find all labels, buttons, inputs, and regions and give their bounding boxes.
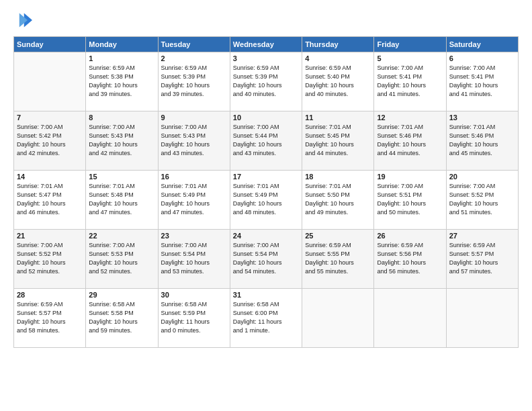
day-number: 31 xyxy=(233,291,299,299)
col-header-wednesday: Wednesday xyxy=(230,37,302,52)
day-cell: 20Sunrise: 7:00 AM Sunset: 5:52 PM Dayli… xyxy=(446,171,518,230)
header-row: SundayMondayTuesdayWednesdayThursdayFrid… xyxy=(14,37,519,52)
day-info: Sunrise: 7:00 AM Sunset: 5:42 PM Dayligh… xyxy=(17,123,83,158)
day-cell: 6Sunrise: 7:00 AM Sunset: 5:41 PM Daylig… xyxy=(446,52,518,111)
day-number: 23 xyxy=(161,232,227,240)
day-number: 27 xyxy=(449,232,515,240)
day-cell: 7Sunrise: 7:00 AM Sunset: 5:42 PM Daylig… xyxy=(14,111,86,171)
day-cell: 25Sunrise: 6:59 AM Sunset: 5:55 PM Dayli… xyxy=(302,230,374,289)
day-cell: 8Sunrise: 7:00 AM Sunset: 5:43 PM Daylig… xyxy=(86,111,158,171)
day-number: 8 xyxy=(89,113,154,122)
day-number: 19 xyxy=(377,173,443,181)
day-info: Sunrise: 6:59 AM Sunset: 5:56 PM Dayligh… xyxy=(377,241,443,276)
day-number: 7 xyxy=(17,113,83,122)
day-cell: 17Sunrise: 7:01 AM Sunset: 5:49 PM Dayli… xyxy=(230,171,302,230)
day-cell: 22Sunrise: 7:00 AM Sunset: 5:53 PM Dayli… xyxy=(86,230,158,289)
day-info: Sunrise: 7:00 AM Sunset: 5:43 PM Dayligh… xyxy=(161,123,227,158)
day-info: Sunrise: 7:00 AM Sunset: 5:54 PM Dayligh… xyxy=(161,241,227,276)
day-number: 6 xyxy=(449,54,515,62)
col-header-saturday: Saturday xyxy=(446,37,518,52)
day-cell: 29Sunrise: 6:58 AM Sunset: 5:58 PM Dayli… xyxy=(86,289,158,348)
day-cell xyxy=(374,289,446,348)
week-row-5: 28Sunrise: 6:59 AM Sunset: 5:57 PM Dayli… xyxy=(14,289,519,348)
week-row-3: 14Sunrise: 7:01 AM Sunset: 5:47 PM Dayli… xyxy=(14,171,519,230)
week-row-4: 21Sunrise: 7:00 AM Sunset: 5:52 PM Dayli… xyxy=(14,230,519,289)
day-number: 11 xyxy=(305,113,371,122)
day-number: 9 xyxy=(161,113,227,122)
day-info: Sunrise: 7:00 AM Sunset: 5:53 PM Dayligh… xyxy=(89,241,154,276)
day-info: Sunrise: 7:01 AM Sunset: 5:46 PM Dayligh… xyxy=(449,123,515,158)
day-number: 3 xyxy=(233,54,299,62)
col-header-sunday: Sunday xyxy=(14,37,86,52)
day-cell: 31Sunrise: 6:58 AM Sunset: 6:00 PM Dayli… xyxy=(230,289,302,348)
day-cell: 1Sunrise: 6:59 AM Sunset: 5:38 PM Daylig… xyxy=(86,52,158,111)
day-cell: 23Sunrise: 7:00 AM Sunset: 5:54 PM Dayli… xyxy=(158,230,230,289)
day-number: 2 xyxy=(161,54,227,62)
day-info: Sunrise: 7:00 AM Sunset: 5:52 PM Dayligh… xyxy=(449,182,515,217)
col-header-friday: Friday xyxy=(374,37,446,52)
day-number: 22 xyxy=(89,232,154,240)
day-number: 21 xyxy=(17,232,83,240)
day-info: Sunrise: 6:59 AM Sunset: 5:38 PM Dayligh… xyxy=(89,64,154,99)
week-row-2: 7Sunrise: 7:00 AM Sunset: 5:42 PM Daylig… xyxy=(14,111,519,171)
day-info: Sunrise: 7:01 AM Sunset: 5:47 PM Dayligh… xyxy=(17,182,83,217)
day-number: 24 xyxy=(233,232,299,240)
day-info: Sunrise: 6:59 AM Sunset: 5:57 PM Dayligh… xyxy=(449,241,515,276)
day-cell: 19Sunrise: 7:00 AM Sunset: 5:51 PM Dayli… xyxy=(374,171,446,230)
day-info: Sunrise: 7:01 AM Sunset: 5:48 PM Dayligh… xyxy=(89,182,154,217)
logo-icon xyxy=(13,11,32,30)
day-info: Sunrise: 7:00 AM Sunset: 5:41 PM Dayligh… xyxy=(377,64,443,99)
day-cell: 10Sunrise: 7:00 AM Sunset: 5:44 PM Dayli… xyxy=(230,111,302,171)
day-cell: 13Sunrise: 7:01 AM Sunset: 5:46 PM Dayli… xyxy=(446,111,518,171)
day-info: Sunrise: 7:00 AM Sunset: 5:54 PM Dayligh… xyxy=(233,241,299,276)
day-cell: 15Sunrise: 7:01 AM Sunset: 5:48 PM Dayli… xyxy=(86,171,158,230)
day-info: Sunrise: 7:00 AM Sunset: 5:44 PM Dayligh… xyxy=(233,123,299,158)
day-number: 16 xyxy=(161,173,227,181)
day-cell: 5Sunrise: 7:00 AM Sunset: 5:41 PM Daylig… xyxy=(374,52,446,111)
day-cell xyxy=(302,289,374,348)
day-cell: 9Sunrise: 7:00 AM Sunset: 5:43 PM Daylig… xyxy=(158,111,230,171)
day-number: 5 xyxy=(377,54,443,62)
day-cell: 16Sunrise: 7:01 AM Sunset: 5:49 PM Dayli… xyxy=(158,171,230,230)
day-cell: 28Sunrise: 6:59 AM Sunset: 5:57 PM Dayli… xyxy=(14,289,86,348)
day-number: 4 xyxy=(305,54,371,62)
day-cell: 14Sunrise: 7:01 AM Sunset: 5:47 PM Dayli… xyxy=(14,171,86,230)
day-number: 29 xyxy=(89,291,154,299)
day-cell: 12Sunrise: 7:01 AM Sunset: 5:46 PM Dayli… xyxy=(374,111,446,171)
day-cell xyxy=(446,289,518,348)
day-number: 15 xyxy=(89,173,154,181)
day-info: Sunrise: 7:01 AM Sunset: 5:45 PM Dayligh… xyxy=(305,123,371,158)
day-cell: 4Sunrise: 6:59 AM Sunset: 5:40 PM Daylig… xyxy=(302,52,374,111)
logo xyxy=(13,11,35,30)
day-number: 12 xyxy=(377,113,443,122)
day-cell: 24Sunrise: 7:00 AM Sunset: 5:54 PM Dayli… xyxy=(230,230,302,289)
day-number: 30 xyxy=(161,291,227,299)
day-number: 20 xyxy=(449,173,515,181)
day-cell: 3Sunrise: 6:59 AM Sunset: 5:39 PM Daylig… xyxy=(230,52,302,111)
day-info: Sunrise: 7:01 AM Sunset: 5:49 PM Dayligh… xyxy=(233,182,299,217)
day-cell: 30Sunrise: 6:58 AM Sunset: 5:59 PM Dayli… xyxy=(158,289,230,348)
col-header-thursday: Thursday xyxy=(302,37,374,52)
header xyxy=(13,11,519,30)
day-info: Sunrise: 7:01 AM Sunset: 5:46 PM Dayligh… xyxy=(377,123,443,158)
col-header-tuesday: Tuesday xyxy=(158,37,230,52)
day-cell: 18Sunrise: 7:01 AM Sunset: 5:50 PM Dayli… xyxy=(302,171,374,230)
day-info: Sunrise: 6:59 AM Sunset: 5:39 PM Dayligh… xyxy=(161,64,227,99)
calendar-table: SundayMondayTuesdayWednesdayThursdayFrid… xyxy=(13,36,519,348)
day-cell: 11Sunrise: 7:01 AM Sunset: 5:45 PM Dayli… xyxy=(302,111,374,171)
col-header-monday: Monday xyxy=(86,37,158,52)
day-info: Sunrise: 7:00 AM Sunset: 5:52 PM Dayligh… xyxy=(17,241,83,276)
day-cell xyxy=(14,52,86,111)
day-info: Sunrise: 6:58 AM Sunset: 6:00 PM Dayligh… xyxy=(233,300,299,335)
day-info: Sunrise: 7:00 AM Sunset: 5:43 PM Dayligh… xyxy=(89,123,154,158)
day-number: 14 xyxy=(17,173,83,181)
day-cell: 27Sunrise: 6:59 AM Sunset: 5:57 PM Dayli… xyxy=(446,230,518,289)
day-cell: 2Sunrise: 6:59 AM Sunset: 5:39 PM Daylig… xyxy=(158,52,230,111)
day-cell: 21Sunrise: 7:00 AM Sunset: 5:52 PM Dayli… xyxy=(14,230,86,289)
day-info: Sunrise: 6:58 AM Sunset: 5:59 PM Dayligh… xyxy=(161,300,227,335)
day-number: 28 xyxy=(17,291,83,299)
day-info: Sunrise: 6:59 AM Sunset: 5:40 PM Dayligh… xyxy=(305,64,371,99)
day-number: 18 xyxy=(305,173,371,181)
day-info: Sunrise: 7:00 AM Sunset: 5:51 PM Dayligh… xyxy=(377,182,443,217)
day-number: 25 xyxy=(305,232,371,240)
